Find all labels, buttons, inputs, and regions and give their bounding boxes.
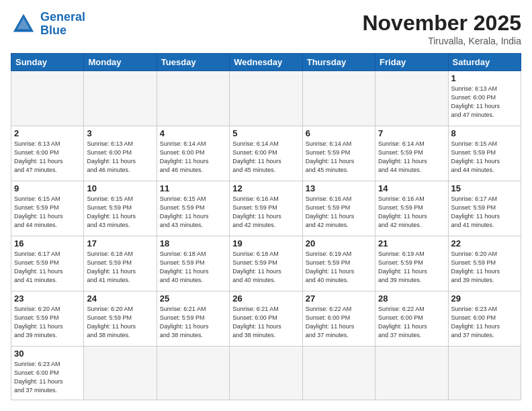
day-number: 26 <box>232 293 299 304</box>
calendar-header-tuesday: Tuesday <box>157 54 229 71</box>
day-number: 25 <box>160 293 226 304</box>
day-number: 2 <box>14 128 81 138</box>
day-info: Sunrise: 6:15 AM Sunset: 5:59 PM Dayligh… <box>160 195 226 230</box>
day-number: 3 <box>87 128 153 138</box>
header: General Blue November 2025 Tiruvalla, Ke… <box>11 11 521 46</box>
day-info: Sunrise: 6:23 AM Sunset: 6:00 PM Dayligh… <box>451 305 518 340</box>
calendar-header-sunday: Sunday <box>11 54 84 71</box>
calendar-cell: 13Sunrise: 6:16 AM Sunset: 5:59 PM Dayli… <box>302 181 375 236</box>
calendar-header-saturday: Saturday <box>448 54 521 71</box>
location: Tiruvalla, Kerala, India <box>362 36 521 46</box>
calendar-cell <box>230 346 302 400</box>
day-info: Sunrise: 6:20 AM Sunset: 5:59 PM Dayligh… <box>87 305 153 340</box>
calendar-cell: 29Sunrise: 6:23 AM Sunset: 6:00 PM Dayli… <box>448 291 521 346</box>
day-info: Sunrise: 6:22 AM Sunset: 6:00 PM Dayligh… <box>378 305 445 340</box>
calendar-cell <box>375 346 448 400</box>
day-number: 21 <box>378 238 445 248</box>
day-info: Sunrise: 6:23 AM Sunset: 6:00 PM Dayligh… <box>14 360 81 395</box>
calendar-cell <box>230 71 302 126</box>
calendar-header-thursday: Thursday <box>302 54 375 71</box>
day-info: Sunrise: 6:18 AM Sunset: 5:59 PM Dayligh… <box>232 250 299 285</box>
day-info: Sunrise: 6:14 AM Sunset: 5:59 PM Dayligh… <box>378 140 445 175</box>
calendar-cell: 11Sunrise: 6:15 AM Sunset: 5:59 PM Dayli… <box>157 181 229 236</box>
day-number: 7 <box>378 128 445 138</box>
day-number: 16 <box>14 238 81 248</box>
calendar-cell: 28Sunrise: 6:22 AM Sunset: 6:00 PM Dayli… <box>375 291 448 346</box>
day-number: 20 <box>306 238 372 248</box>
day-info: Sunrise: 6:13 AM Sunset: 6:00 PM Dayligh… <box>87 140 153 175</box>
day-number: 5 <box>232 128 299 138</box>
calendar-cell: 16Sunrise: 6:17 AM Sunset: 5:59 PM Dayli… <box>11 236 84 291</box>
calendar-cell: 24Sunrise: 6:20 AM Sunset: 5:59 PM Dayli… <box>84 291 157 346</box>
calendar-cell: 5Sunrise: 6:14 AM Sunset: 6:00 PM Daylig… <box>230 126 302 181</box>
day-number: 29 <box>451 293 518 304</box>
day-info: Sunrise: 6:19 AM Sunset: 5:59 PM Dayligh… <box>378 250 445 285</box>
day-number: 1 <box>451 73 518 83</box>
day-info: Sunrise: 6:18 AM Sunset: 5:59 PM Dayligh… <box>160 250 226 285</box>
calendar-cell <box>84 71 157 126</box>
calendar-cell: 4Sunrise: 6:14 AM Sunset: 6:00 PM Daylig… <box>157 126 229 181</box>
calendar-cell: 26Sunrise: 6:21 AM Sunset: 6:00 PM Dayli… <box>230 291 302 346</box>
day-number: 6 <box>306 128 372 138</box>
calendar-cell <box>11 71 84 126</box>
day-info: Sunrise: 6:13 AM Sunset: 6:00 PM Dayligh… <box>451 85 518 120</box>
day-info: Sunrise: 6:14 AM Sunset: 5:59 PM Dayligh… <box>306 140 372 175</box>
calendar-table: SundayMondayTuesdayWednesdayThursdayFrid… <box>11 53 521 400</box>
day-info: Sunrise: 6:14 AM Sunset: 6:00 PM Dayligh… <box>232 140 299 175</box>
calendar-cell: 12Sunrise: 6:16 AM Sunset: 5:59 PM Dayli… <box>230 181 302 236</box>
day-info: Sunrise: 6:21 AM Sunset: 6:00 PM Dayligh… <box>232 305 299 340</box>
calendar-cell <box>448 346 521 400</box>
calendar-cell: 18Sunrise: 6:18 AM Sunset: 5:59 PM Dayli… <box>157 236 229 291</box>
day-number: 19 <box>232 238 299 248</box>
calendar-cell <box>84 346 157 400</box>
day-info: Sunrise: 6:22 AM Sunset: 6:00 PM Dayligh… <box>306 305 372 340</box>
day-info: Sunrise: 6:14 AM Sunset: 6:00 PM Dayligh… <box>160 140 226 175</box>
calendar-cell: 17Sunrise: 6:18 AM Sunset: 5:59 PM Dayli… <box>84 236 157 291</box>
logo-icon <box>11 11 36 37</box>
calendar-cell: 10Sunrise: 6:15 AM Sunset: 5:59 PM Dayli… <box>84 181 157 236</box>
logo-text: General Blue <box>40 11 85 38</box>
day-number: 4 <box>160 128 226 138</box>
page: General Blue November 2025 Tiruvalla, Ke… <box>0 0 532 411</box>
day-info: Sunrise: 6:15 AM Sunset: 5:59 PM Dayligh… <box>14 195 81 230</box>
day-info: Sunrise: 6:17 AM Sunset: 5:59 PM Dayligh… <box>14 250 81 285</box>
day-info: Sunrise: 6:21 AM Sunset: 5:59 PM Dayligh… <box>160 305 226 340</box>
day-info: Sunrise: 6:15 AM Sunset: 5:59 PM Dayligh… <box>451 140 518 175</box>
calendar-cell: 9Sunrise: 6:15 AM Sunset: 5:59 PM Daylig… <box>11 181 84 236</box>
day-number: 12 <box>232 183 299 193</box>
calendar-cell: 15Sunrise: 6:17 AM Sunset: 5:59 PM Dayli… <box>448 181 521 236</box>
calendar-cell: 30Sunrise: 6:23 AM Sunset: 6:00 PM Dayli… <box>11 346 84 400</box>
calendar-cell <box>157 346 229 400</box>
day-number: 13 <box>306 183 372 193</box>
day-info: Sunrise: 6:16 AM Sunset: 5:59 PM Dayligh… <box>232 195 299 230</box>
calendar-cell: 25Sunrise: 6:21 AM Sunset: 5:59 PM Dayli… <box>157 291 229 346</box>
day-number: 28 <box>378 293 445 304</box>
day-number: 27 <box>306 293 372 304</box>
day-number: 15 <box>451 183 518 193</box>
calendar-cell <box>375 71 448 126</box>
day-info: Sunrise: 6:20 AM Sunset: 5:59 PM Dayligh… <box>451 250 518 285</box>
title-block: November 2025 Tiruvalla, Kerala, India <box>362 11 521 46</box>
day-number: 9 <box>14 183 81 193</box>
day-info: Sunrise: 6:19 AM Sunset: 5:59 PM Dayligh… <box>306 250 372 285</box>
day-info: Sunrise: 6:13 AM Sunset: 6:00 PM Dayligh… <box>14 140 81 175</box>
month-title: November 2025 <box>362 11 521 36</box>
day-number: 11 <box>160 183 226 193</box>
calendar-cell: 23Sunrise: 6:20 AM Sunset: 5:59 PM Dayli… <box>11 291 84 346</box>
day-info: Sunrise: 6:20 AM Sunset: 5:59 PM Dayligh… <box>14 305 81 340</box>
day-number: 14 <box>378 183 445 193</box>
calendar-header-wednesday: Wednesday <box>230 54 302 71</box>
day-number: 8 <box>451 128 518 138</box>
day-info: Sunrise: 6:17 AM Sunset: 5:59 PM Dayligh… <box>451 195 518 230</box>
day-info: Sunrise: 6:15 AM Sunset: 5:59 PM Dayligh… <box>87 195 153 230</box>
calendar-cell: 1Sunrise: 6:13 AM Sunset: 6:00 PM Daylig… <box>448 71 521 126</box>
day-number: 30 <box>14 349 81 359</box>
calendar-cell: 19Sunrise: 6:18 AM Sunset: 5:59 PM Dayli… <box>230 236 302 291</box>
day-info: Sunrise: 6:16 AM Sunset: 5:59 PM Dayligh… <box>306 195 372 230</box>
day-info: Sunrise: 6:18 AM Sunset: 5:59 PM Dayligh… <box>87 250 153 285</box>
calendar-cell: 21Sunrise: 6:19 AM Sunset: 5:59 PM Dayli… <box>375 236 448 291</box>
calendar-cell: 14Sunrise: 6:16 AM Sunset: 5:59 PM Dayli… <box>375 181 448 236</box>
day-number: 22 <box>451 238 518 248</box>
calendar-cell <box>302 71 375 126</box>
calendar-cell: 6Sunrise: 6:14 AM Sunset: 5:59 PM Daylig… <box>302 126 375 181</box>
